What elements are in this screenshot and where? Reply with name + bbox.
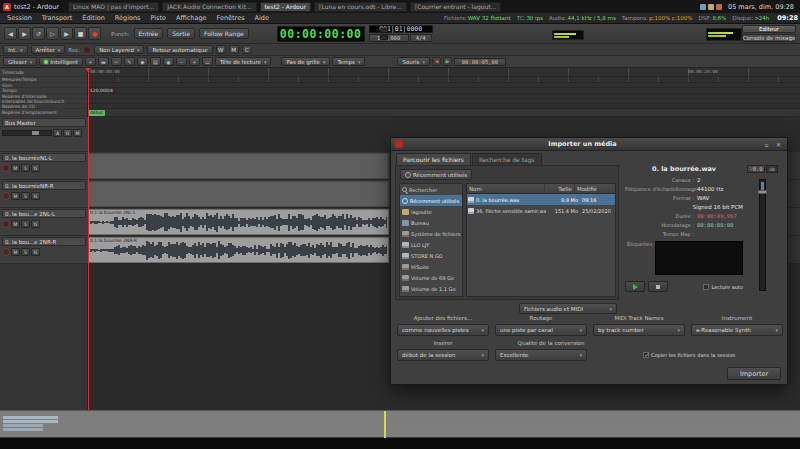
nudge-forward-button[interactable]	[443, 57, 452, 66]
region-bourree2-nl[interactable]: 0.1 la bourrée 2NL-L	[88, 209, 389, 235]
place-llo-ljy[interactable]: LLO LJY	[400, 239, 462, 250]
menu-transport[interactable]: Transport	[37, 14, 78, 22]
count-in-button[interactable]: C	[242, 45, 252, 54]
timecode-ruler[interactable]: 00:00:00:00 00:00:20:00	[88, 68, 800, 77]
zoom-out-button[interactable]: −	[176, 57, 187, 66]
nudge-backward-button[interactable]	[432, 57, 441, 66]
punch-in-button[interactable]: Entrée	[134, 28, 164, 39]
sync-source-selector[interactable]: Int.	[3, 45, 28, 54]
mixer-window-button[interactable]: Console de mixage	[742, 34, 796, 42]
fader-handle[interactable]	[758, 190, 767, 194]
instrument-selector[interactable]: a-Reasonable Synth	[691, 324, 783, 336]
tool-audition-button[interactable]: ▤	[150, 57, 161, 66]
tray-icon[interactable]	[700, 4, 706, 10]
gain-display[interactable]: -0.0	[747, 165, 765, 173]
snap-mode-selector[interactable]: Pas de grille	[281, 57, 330, 66]
play-range-button[interactable]: ▷	[46, 27, 59, 40]
master-group-button[interactable]: G	[63, 129, 72, 137]
loop-button[interactable]: ↺	[32, 27, 45, 40]
tray-icon[interactable]	[716, 4, 722, 10]
record-arm-button[interactable]	[2, 220, 10, 228]
mute-button[interactable]: M	[11, 220, 20, 228]
goto-end-button[interactable]: ▶	[18, 27, 31, 40]
solo-audition-leds[interactable]	[380, 28, 388, 40]
quality-selector[interactable]: Excellente	[495, 349, 587, 361]
stop-mode-selector[interactable]: Arrêter	[31, 45, 66, 54]
session-start-marker[interactable]: début	[88, 110, 105, 116]
grid-unit-selector[interactable]: Temps	[332, 57, 365, 66]
master-gain-automation-button[interactable]: A	[53, 129, 62, 137]
midi-track-names-selector[interactable]: by track number	[593, 324, 685, 336]
zoom-fit-button[interactable]: ▭	[202, 57, 213, 66]
place-recents[interactable]: Récemment utilisés	[400, 195, 462, 206]
ruler-label-location-markers[interactable]: Repères d'emplacement	[0, 109, 87, 117]
tags-input[interactable]	[655, 241, 743, 275]
copy-files-checkbox[interactable]: Copier les fichiers dans la session	[643, 352, 785, 358]
system-tray[interactable]	[700, 4, 722, 10]
file-row-bourree[interactable]: 0. la bourrée.wav 9,9 Mo 09:16	[467, 194, 615, 205]
tab-browse-files[interactable]: Parcourir les fichiers	[396, 153, 471, 165]
solo-button[interactable]: S	[21, 220, 30, 228]
close-icon[interactable]: ✕	[774, 141, 783, 148]
stop-button[interactable]: ■	[74, 27, 87, 40]
master-gain-fader[interactable]	[2, 130, 52, 136]
track-name[interactable]: Bus Master	[2, 118, 86, 127]
column-nom[interactable]: Nom	[467, 184, 545, 193]
track-name[interactable]: 0. la bou...e 2NL-L	[2, 209, 86, 218]
menu-aide[interactable]: Aide	[250, 14, 274, 22]
track-name[interactable]: 0. la bou...e 2NR-R	[2, 237, 86, 246]
menu-piste[interactable]: Piste	[145, 14, 171, 22]
punch-out-button[interactable]: Sortie	[167, 28, 195, 39]
bbt-clock[interactable]: 001|01|0000	[369, 25, 433, 33]
goto-start-button[interactable]: ◀	[4, 27, 17, 40]
region-bourree2-nr[interactable]: 0.1 la bourrée 2NR-R	[88, 237, 389, 263]
menu-fenetres[interactable]: Fenêtres	[212, 14, 250, 22]
solo-button[interactable]: S	[21, 164, 30, 172]
manual-automation-button[interactable]: M	[229, 45, 239, 54]
tool-cut-button[interactable]: ✂	[111, 57, 122, 66]
file-row-fleche[interactable]: 36. flèche sensible samir.wav 151,4 Mo 2…	[467, 205, 615, 216]
nudge-clock[interactable]: 00:00:05,00	[454, 58, 506, 66]
place-home[interactable]: lagoutte	[400, 206, 462, 217]
auto-return-button[interactable]: Retour automatique	[147, 45, 212, 54]
place-rechercher[interactable]: Rechercher	[400, 184, 462, 195]
menu-regions[interactable]: Régions	[110, 14, 146, 22]
place-desktop[interactable]: Bureau	[400, 217, 462, 228]
add-files-selector[interactable]: comme nouvelles pistes	[397, 324, 489, 336]
region-bourree-nl[interactable]	[88, 153, 389, 179]
follow-range-button[interactable]: Follow Range	[199, 28, 249, 39]
autoplay-checkbox[interactable]: Lecture auto	[703, 284, 743, 290]
record-button[interactable]: ●	[88, 27, 101, 40]
write-automation-button[interactable]: W	[216, 45, 226, 54]
grab-mode-selector[interactable]: Glisser	[3, 57, 37, 66]
preview-play-button[interactable]	[625, 281, 645, 292]
tool-edit-button[interactable]: ◉	[163, 57, 174, 66]
place-volume-69[interactable]: Volume de 69 Go	[400, 272, 462, 283]
layer-mode-selector[interactable]: Non Layered	[94, 45, 144, 54]
preview-gain-fader[interactable]	[759, 179, 766, 291]
solo-led[interactable]	[380, 28, 388, 33]
playhead-options-selector[interactable]: Tête de lecture	[215, 57, 272, 66]
tool-range-button[interactable]: ▬	[98, 57, 109, 66]
zoom-in-button[interactable]: +	[189, 57, 200, 66]
audition-led[interactable]	[380, 35, 388, 40]
insert-position-selector[interactable]: début de la session	[397, 349, 489, 361]
ruler-area[interactable]: 00:00:00:00 00:00:20:00 120,000/4 début	[88, 68, 800, 117]
place-hisuite[interactable]: HiSuite	[400, 261, 462, 272]
track-name[interactable]: 0. la bourréeNR-R	[2, 181, 86, 190]
track-name[interactable]: 0. la bourréeNL-L	[2, 153, 86, 162]
place-store-n-go[interactable]: STORE N GO	[400, 250, 462, 261]
recent-path-button[interactable]: Récemment utilisés	[400, 169, 472, 180]
solo-button[interactable]: S	[21, 192, 30, 200]
maximize-icon[interactable]: ▫	[762, 141, 771, 148]
tempo-marker[interactable]: 120,000/4	[90, 88, 113, 93]
track-header-bourree2-nl[interactable]: 0. la bou...e 2NL-L M S G	[0, 208, 88, 236]
track-header-master[interactable]: Bus Master A G M	[0, 117, 88, 152]
taskbar-app-ardour[interactable]: test2 - Ardour	[260, 2, 312, 12]
play-button[interactable]: ▶	[60, 27, 73, 40]
solo-button[interactable]: S	[21, 248, 30, 256]
record-enable-indicator[interactable]	[83, 46, 91, 54]
tray-icon[interactable]	[708, 4, 714, 10]
ruler-label-timecode[interactable]: Timecode	[0, 68, 87, 77]
overview-playhead-marker[interactable]	[384, 411, 386, 439]
